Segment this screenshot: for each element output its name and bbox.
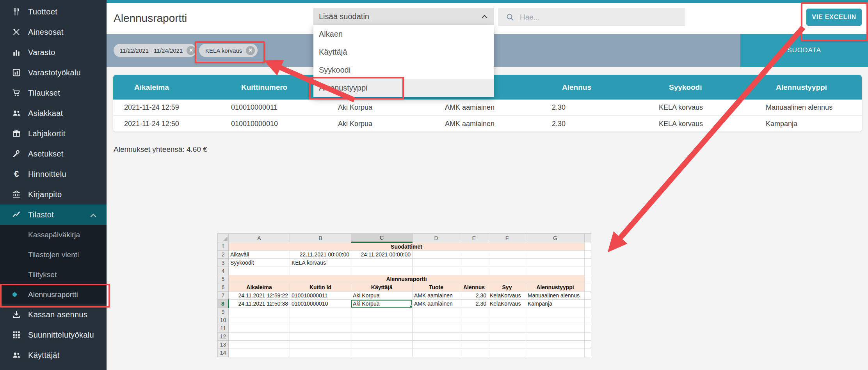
sidebar-item-kirjanpito[interactable]: Kirjanpito <box>0 184 107 205</box>
bar-chart-icon <box>12 48 21 57</box>
excel-row: 13 <box>218 341 591 349</box>
filter-chip-kela-korvaus[interactable]: KELA korvaus <box>199 44 258 57</box>
sidebar-item-label: Hinnoittelu <box>28 170 66 179</box>
sidebar-item-label: Varasto <box>28 48 55 57</box>
excel-cell <box>585 333 591 341</box>
sidebar-item-tilastot[interactable]: Tilastot <box>0 205 107 225</box>
filter-chip-date-range[interactable]: 11/22/2021 - 11/24/2021 <box>114 44 196 57</box>
excel-cell <box>488 324 526 333</box>
excel-row: 12 <box>218 333 591 341</box>
cell-syykoodi: KELA korvaus <box>648 100 755 115</box>
excel-row-number: 5 <box>218 275 229 283</box>
excel-cell <box>585 349 591 357</box>
gift-icon <box>12 129 21 138</box>
sidebar-item-label: Asiakkaat <box>28 109 63 118</box>
sidebar-item-varastotyokalu[interactable]: Varastotyökalu <box>0 62 107 83</box>
excel-row-number: 2 <box>218 251 229 259</box>
wrench-icon <box>12 149 21 158</box>
excel-header-cell: Kuitin Id <box>290 283 351 292</box>
dropdown-option-alkaen[interactable]: Alkaen <box>313 25 494 43</box>
excel-cell <box>526 333 585 341</box>
excel-header-cell: Tuote <box>413 283 460 292</box>
sidebar-item-asetukset[interactable]: Asetukset <box>0 144 107 164</box>
filter-apply-button[interactable]: SUODATA <box>740 34 868 67</box>
excel-cell <box>488 333 526 341</box>
top-accent-bar <box>107 0 868 3</box>
excel-cell <box>526 349 585 357</box>
sidebar-subitem-alennusraportti[interactable]: Alennusraportti <box>0 285 107 304</box>
excel-row: 9 <box>218 308 591 316</box>
close-icon[interactable] <box>246 46 255 55</box>
excel-cell <box>229 267 290 275</box>
export-to-excel-button[interactable]: VIE EXCELIIN <box>806 9 862 26</box>
sidebar-subitem-label: Tilastojen vienti <box>28 251 79 259</box>
search-input[interactable] <box>519 12 677 22</box>
dropdown-option-kayttaja[interactable]: Käyttäjä <box>313 43 494 61</box>
cell-aikaleima: 2021-11-24 12:50 <box>113 116 220 132</box>
excel-cell <box>351 341 413 349</box>
sidebar-item-label: Tilaukset <box>28 89 60 98</box>
excel-cell <box>290 349 351 357</box>
sidebar-item-lahjakortit[interactable]: Lahjakortit <box>0 123 107 144</box>
excel-cell: AMK aamiainen <box>413 292 460 300</box>
excel-row-number: 3 <box>218 259 229 267</box>
excel-cell <box>460 308 488 316</box>
sidebar-item-hinnoittelu[interactable]: € Hinnoittelu <box>0 164 107 184</box>
table-row: 2021-11-24 12:50 010010000010 Aki Korpua… <box>113 115 862 132</box>
sidebar-item-label: Kassan asennus <box>28 310 87 319</box>
sidebar-item-label: Kirjanpito <box>28 190 62 199</box>
sidebar-item-suunnittelutyokalu[interactable]: Suunnittelutyökalu <box>0 325 107 345</box>
excel-row-number: 1 <box>218 242 229 251</box>
app-window: Tuotteet Ainesosat Varasto Varastotyökal… <box>0 0 868 370</box>
sidebar: Tuotteet Ainesosat Varasto Varastotyökal… <box>0 0 107 370</box>
sidebar-item-varasto[interactable]: Varasto <box>0 42 107 62</box>
sidebar-item-kayttajat[interactable]: Käyttäjät <box>0 345 107 365</box>
search-icon <box>506 13 514 21</box>
excel-row: 2 Aikaväli 22.11.2021 00:00:00 24.11.202… <box>218 251 591 259</box>
sidebar-item-ainesosat[interactable]: Ainesosat <box>0 22 107 42</box>
cell-kayttaja: Aki Korpua <box>327 116 434 132</box>
euro-icon: € <box>12 169 21 179</box>
excel-cell <box>229 341 290 349</box>
excel-cell <box>488 349 526 357</box>
excel-filters-title: Suodattimet <box>229 242 585 251</box>
bank-icon <box>12 190 21 199</box>
excel-row: 5 Alennusraportti <box>218 275 591 283</box>
sidebar-subitem-kassapaivakirja[interactable]: Kassapäiväkirja <box>0 225 107 245</box>
excel-cell <box>290 316 351 324</box>
excel-col-header: A <box>229 234 290 242</box>
excel-cell <box>229 316 290 324</box>
sidebar-item-label: Asetukset <box>28 149 64 158</box>
excel-cell <box>351 316 413 324</box>
excel-row: 11 <box>218 324 591 333</box>
sidebar-item-kassan-asennus[interactable]: Kassan asennus <box>0 304 107 325</box>
sidebar-subitem-label: Alennusraportti <box>28 290 78 299</box>
active-bullet-icon <box>12 292 17 297</box>
dropdown-option-syykoodi[interactable]: Syykoodi <box>313 61 494 79</box>
excel-cell <box>413 308 460 316</box>
excel-col-header <box>585 234 591 242</box>
excel-cell <box>413 267 460 275</box>
excel-row: 6 Aikaleima Kuitin Id Käyttäjä Tuote Ale… <box>218 283 591 292</box>
sidebar-item-tuotteet[interactable]: Tuotteet <box>0 2 107 22</box>
excel-cell <box>229 333 290 341</box>
sidebar-subitem-tilastojen-vienti[interactable]: Tilastojen vienti <box>0 245 107 265</box>
excel-col-header: G <box>526 234 585 242</box>
close-icon[interactable] <box>187 46 196 55</box>
cart-icon <box>12 88 21 98</box>
excel-cell <box>526 251 585 259</box>
excel-cell <box>351 324 413 333</box>
excel-row-number: 4 <box>218 267 229 275</box>
excel-row: 7 24.11.2021 12:59:22 010010000011 Aki K… <box>218 292 591 300</box>
excel-cell: 010010000010 <box>290 300 351 308</box>
sidebar-subitem-label: Kassapäiväkirja <box>28 231 80 239</box>
add-filter-toggle[interactable]: Lisää suodatin <box>313 8 494 25</box>
sidebar-item-tilaukset[interactable]: Tilaukset <box>0 83 107 103</box>
sidebar-item-asiakkaat[interactable]: Asiakkaat <box>0 103 107 123</box>
sidebar-subitem-tilitykset[interactable]: Tilitykset <box>0 265 107 285</box>
sidebar-item-label: Tilastot <box>28 210 54 219</box>
excel-cell: KelaKorvaus <box>488 292 526 300</box>
dropdown-option-alennustyyppi[interactable]: Alennustyyppi <box>313 79 494 97</box>
chevron-up-icon <box>90 212 96 219</box>
cell-kuittinumero: 010010000010 <box>220 116 327 132</box>
